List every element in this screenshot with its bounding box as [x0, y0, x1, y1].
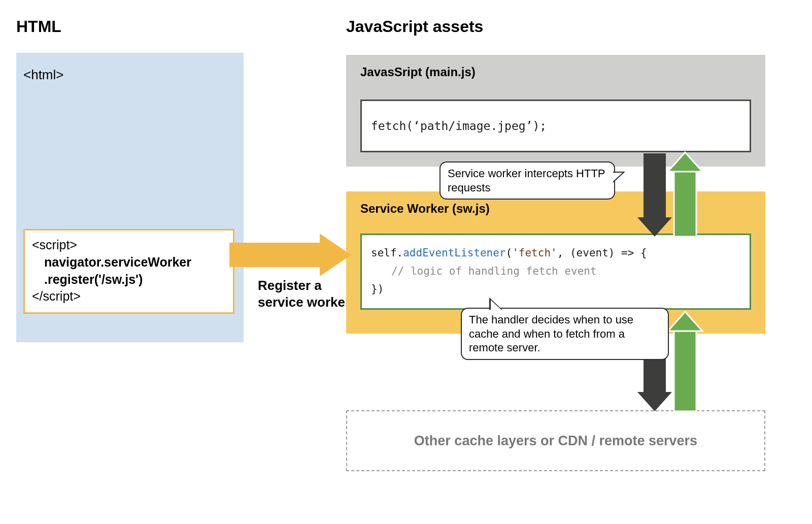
bubble-handler: The handler decides when to use cache an… [461, 308, 669, 360]
script-line-1: navigator.serviceWorker [32, 254, 226, 271]
register-label: Register a service worker [258, 277, 350, 310]
bubble-intercept: Service worker intercepts HTTP requests [439, 161, 615, 200]
sw-code-rest: , (event) => { [557, 247, 647, 259]
sw-code-close: }) [371, 283, 384, 295]
sw-code-line-2: // logic of handling fetch event [371, 263, 740, 281]
bottom-cache-box: Other cache layers or CDN / remote serve… [346, 410, 765, 471]
bubble-intercept-text: Service worker intercepts HTTP requests [448, 167, 605, 194]
sw-panel-title: Service Worker (sw.js) [360, 202, 765, 216]
bottom-cache-text: Other cache layers or CDN / remote serve… [414, 433, 697, 449]
sw-code-box: self.addEventListener('fetch', (event) =… [360, 234, 751, 310]
js-fetch-code-box: fetch(‘path/image.jpeg’); [360, 100, 751, 152]
js-mainjs-title: JavasSript (main.js) [360, 65, 765, 79]
html-script-box: <script> navigator.serviceWorker .regist… [23, 229, 234, 314]
script-line-2: .register('/sw.js') [32, 271, 226, 288]
sw-code-paren: ( [506, 247, 513, 259]
script-open-tag: <script> [32, 238, 77, 252]
svg-rect-8 [674, 330, 696, 411]
sw-code-fn: addEventListener [403, 247, 505, 259]
sw-code-str: 'fetch' [512, 247, 557, 259]
sw-code-line-3: }) [371, 280, 740, 299]
script-close-tag: </script> [32, 289, 81, 303]
html-panel: <html> <script> navigator.serviceWorker … [16, 53, 244, 342]
sw-code-line-1: self.addEventListener('fetch', (event) =… [371, 244, 740, 263]
register-arrow-icon [229, 234, 351, 276]
sw-code-self: self. [371, 247, 403, 259]
html-open-tag: <html> [23, 67, 64, 83]
sw-code-comment: // logic of handling fetch event [391, 265, 597, 277]
svg-marker-7 [637, 392, 672, 411]
heading-js-assets: JavaScript assets [346, 17, 483, 36]
bubble-handler-text: The handler decides when to use cache an… [469, 313, 633, 354]
heading-html: HTML [16, 17, 61, 36]
js-fetch-code: fetch(‘path/image.jpeg’); [371, 119, 547, 133]
